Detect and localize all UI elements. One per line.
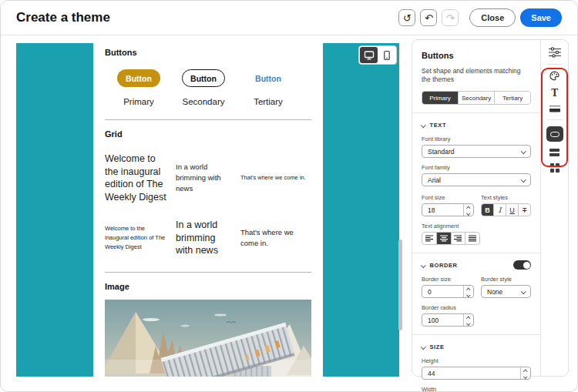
panel-divider bbox=[412, 253, 540, 253]
primary-label: Primary bbox=[106, 97, 171, 106]
close-button[interactable]: Close bbox=[469, 8, 516, 27]
align-center-icon bbox=[440, 235, 448, 242]
reset-button[interactable]: ↺ bbox=[398, 9, 415, 26]
stepper-down-button[interactable] bbox=[521, 374, 530, 380]
border-size-value[interactable]: 0 bbox=[422, 286, 463, 297]
secondary-button-sample[interactable]: Button bbox=[182, 69, 225, 87]
text-section-label: TEXT bbox=[430, 122, 447, 129]
stepper-up-button[interactable] bbox=[464, 314, 473, 320]
border-style-value: None bbox=[487, 288, 502, 296]
hero-image bbox=[105, 300, 311, 377]
device-toggle bbox=[358, 45, 397, 65]
align-center-button[interactable] bbox=[436, 233, 451, 244]
element-toolbar: T bbox=[541, 40, 568, 376]
stepper-up-button[interactable] bbox=[521, 367, 530, 374]
grid-cell: Welcome to the inaugural edition of The … bbox=[105, 152, 168, 203]
panel-subtitle: Set shape and elements matching the them… bbox=[422, 67, 531, 84]
app-window: Create a theme ↺ ↶ ↷ Close Save Buttons … bbox=[0, 0, 578, 392]
reset-icon: ↺ bbox=[403, 13, 412, 23]
border-section-collapse[interactable]: BORDER bbox=[422, 262, 458, 269]
canvas-buttons-heading: Buttons bbox=[105, 48, 311, 57]
grid-row-2: Welcome to the inaugural edition of The … bbox=[105, 219, 311, 257]
grid-cell: In a world brimming with news bbox=[176, 219, 233, 257]
undo-icon: ↶ bbox=[425, 13, 433, 23]
header-controls: ↺ ↶ ↷ Close Save bbox=[398, 8, 562, 27]
grid-icon bbox=[550, 163, 560, 173]
align-justify-icon bbox=[469, 235, 476, 242]
grid-element-button[interactable] bbox=[550, 163, 560, 173]
panel-divider bbox=[412, 334, 540, 335]
stepper-down-button[interactable] bbox=[464, 320, 473, 327]
height-value[interactable]: 44 bbox=[422, 367, 520, 379]
align-right-button[interactable] bbox=[451, 233, 465, 244]
border-style-label: Border style bbox=[481, 276, 531, 283]
strikethrough-button[interactable]: T bbox=[518, 204, 530, 216]
text-section-header[interactable]: TEXT bbox=[422, 120, 531, 129]
text-styles-label: Text styles bbox=[481, 194, 531, 201]
typography-button[interactable]: T bbox=[551, 88, 558, 99]
align-right-icon bbox=[454, 235, 462, 242]
height-label: Height bbox=[422, 357, 531, 364]
height-stepper: 44 bbox=[422, 367, 531, 380]
tab-primary[interactable]: Primary bbox=[422, 92, 458, 104]
panel-divider bbox=[412, 112, 540, 113]
page-title: Create a theme bbox=[16, 10, 110, 25]
align-left-button[interactable] bbox=[422, 233, 436, 244]
email-preview-card: Buttons Button Button Button Primary Sec… bbox=[93, 43, 323, 377]
font-library-select[interactable]: Standard bbox=[422, 145, 531, 158]
chevron-down-icon bbox=[521, 289, 526, 293]
canvas-image-heading: Image bbox=[105, 282, 311, 291]
button-element-button[interactable] bbox=[546, 126, 563, 142]
stepper-up-button[interactable] bbox=[464, 204, 473, 210]
align-justify-button[interactable] bbox=[465, 233, 479, 244]
text-alignment-group bbox=[422, 232, 480, 245]
save-button[interactable]: Save bbox=[520, 8, 562, 27]
chevron-down-icon bbox=[521, 177, 526, 182]
font-size-value[interactable]: 18 bbox=[422, 204, 463, 216]
font-library-value: Standard bbox=[428, 148, 455, 156]
tertiary-button-sample[interactable]: Button bbox=[247, 69, 290, 87]
stepper-up-button[interactable] bbox=[464, 286, 473, 292]
primary-button-sample[interactable]: Button bbox=[117, 69, 160, 87]
mobile-view-button[interactable] bbox=[378, 47, 395, 63]
border-radius-value[interactable]: 100 bbox=[422, 314, 463, 326]
font-library-label: Font library bbox=[422, 136, 531, 142]
canvas-scrollbar-thumb[interactable] bbox=[398, 240, 402, 330]
underline-button[interactable]: U bbox=[506, 204, 518, 216]
tab-tertiary[interactable]: Tertiary bbox=[494, 92, 530, 104]
border-toggle[interactable] bbox=[513, 260, 531, 270]
tab-secondary[interactable]: Secondary bbox=[458, 92, 494, 104]
border-radius-label: Border radius bbox=[422, 304, 531, 311]
toolbar-divider bbox=[547, 64, 563, 65]
align-left-icon bbox=[425, 235, 433, 242]
desktop-view-button[interactable] bbox=[360, 47, 378, 63]
redo-button[interactable]: ↷ bbox=[442, 9, 459, 26]
adjustments-button[interactable] bbox=[549, 47, 561, 58]
font-family-value: Arial bbox=[428, 176, 441, 184]
undo-button[interactable]: ↶ bbox=[420, 9, 437, 26]
buttons-row: Button Button Button bbox=[105, 69, 311, 87]
button-icon bbox=[550, 132, 560, 137]
divider-element-button[interactable] bbox=[549, 105, 560, 113]
rows-icon bbox=[549, 148, 560, 157]
text-alignment-label: Text alignment bbox=[422, 223, 531, 230]
bold-button[interactable]: B bbox=[482, 204, 493, 216]
italic-button[interactable]: I bbox=[493, 204, 506, 216]
grid-cell: In a world brimming with news bbox=[176, 162, 233, 193]
stepper-down-button[interactable] bbox=[464, 210, 473, 216]
monitor-icon bbox=[364, 50, 375, 61]
font-size-label: Font size bbox=[422, 194, 474, 201]
palette-icon bbox=[549, 71, 560, 82]
theme-preview: Buttons Button Button Button Primary Sec… bbox=[16, 43, 399, 377]
chevron-down-icon bbox=[421, 122, 425, 127]
theme-tab-group: Primary Secondary Tertiary bbox=[422, 91, 531, 105]
font-family-select[interactable]: Arial bbox=[422, 173, 531, 186]
rows-element-button[interactable] bbox=[549, 148, 560, 157]
border-size-label: Border size bbox=[422, 276, 474, 283]
border-style-select[interactable]: None bbox=[481, 285, 531, 298]
size-section-header[interactable]: SIZE bbox=[422, 342, 531, 351]
settings-panel: Buttons Set shape and elements matching … bbox=[412, 39, 569, 377]
color-palette-button[interactable] bbox=[549, 71, 560, 82]
font-size-stepper: 18 bbox=[422, 203, 474, 216]
stepper-down-button[interactable] bbox=[464, 292, 473, 298]
